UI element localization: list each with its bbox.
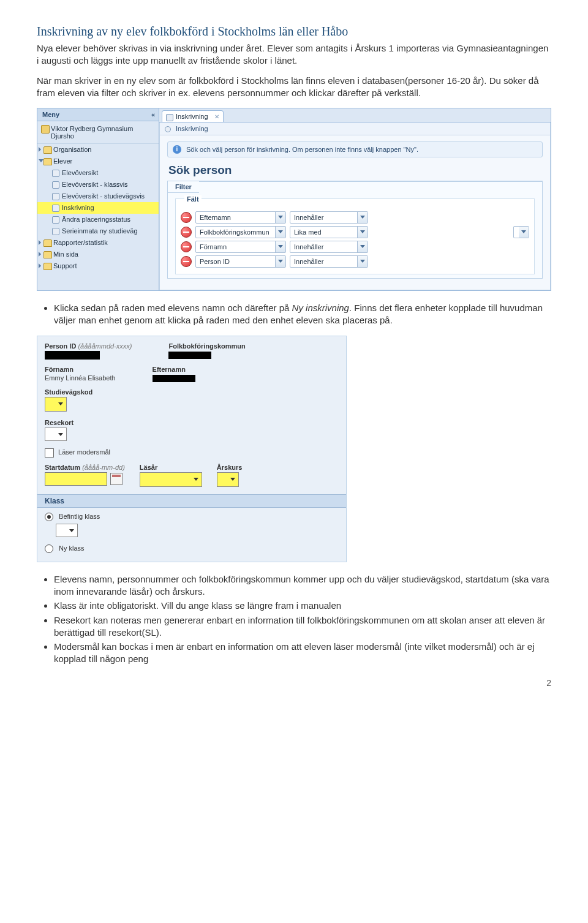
chevron-down-icon: [357, 227, 368, 238]
combo-text: Innehåller: [294, 243, 323, 251]
efternamn-field: Efternamn: [153, 366, 195, 382]
tree-label: Rapporter/statistik: [53, 239, 108, 246]
folkbokforingskommun-field: Folkbokföringskommun: [168, 342, 245, 360]
arskurs-field: Årskurs: [217, 464, 243, 488]
chevron-down-icon: [519, 227, 529, 238]
value-combo[interactable]: [513, 226, 529, 238]
remove-filter-button[interactable]: [181, 227, 192, 238]
tree-folder-elever[interactable]: Elever: [37, 156, 159, 167]
list-item: Resekort kan noteras men genererar enbar…: [54, 614, 551, 639]
operator-combo[interactable]: Innehåller: [290, 211, 368, 224]
redacted-value: [153, 375, 195, 382]
hint-text: (åååå-mm-dd): [82, 464, 125, 471]
befintlig-klass-radio[interactable]: [45, 513, 53, 521]
modersmal-label: Läser modersmål: [58, 448, 110, 456]
tree-item-serieinmata[interactable]: Serieinmata ny studieväg: [37, 225, 159, 237]
operator-combo[interactable]: Innehåller: [290, 241, 368, 253]
redacted-value: [45, 351, 100, 360]
tree-label: Organisation: [53, 146, 91, 153]
tree-label: Elever: [53, 157, 72, 165]
sidebar-school-name[interactable]: Viktor Rydberg Gymnasium Djursho: [37, 121, 159, 144]
list-item: Modersmål kan bockas i men är enbart en …: [54, 641, 551, 666]
operator-combo[interactable]: Lika med: [290, 226, 368, 238]
fornamn-value: Emmy Linnéa Elisabeth: [45, 374, 116, 382]
tab-label: Inskrivning: [176, 113, 208, 120]
arskurs-label: Årskurs: [217, 464, 243, 471]
field-combo[interactable]: Förnamn: [195, 241, 286, 253]
hint-text: (ååååmmdd-xxxx): [78, 342, 132, 350]
field-combo[interactable]: Efternamn: [195, 211, 286, 224]
redacted-value: [168, 352, 211, 359]
list-item: Klicka sedan på raden med elevens namn o…: [54, 302, 551, 327]
filter-row: Folkbokföringskommun Lika med: [181, 226, 529, 238]
startdatum-field: Startdatum (åååå-mm-dd): [45, 464, 125, 488]
klass-select[interactable]: [56, 524, 78, 537]
tree-item-elevoversikt-studievagsvis[interactable]: Elevöversikt - studievägsvis: [37, 190, 159, 202]
fornamn-field: Förnamn Emmy Linnéa Elisabeth: [45, 366, 116, 382]
tab-inskrivning[interactable]: Inskrivning ✕: [162, 110, 224, 122]
folk-label: Folkbokföringskommun: [168, 342, 245, 350]
combo-text: Lika med: [294, 228, 322, 236]
combo-text: Folkbokföringskommun: [200, 228, 270, 236]
startdatum-label: Startdatum (åååå-mm-dd): [45, 464, 125, 471]
startdatum-input[interactable]: [45, 472, 107, 486]
chevron-down-icon: [357, 212, 368, 223]
tree-label: Support: [53, 262, 77, 269]
tree-item-elevoversikt[interactable]: Elevöversikt: [37, 167, 159, 179]
page-heading: Inskrivning av ny elev folkbokförd i Sto…: [37, 24, 551, 39]
person-id-field: Person ID (ååååmmdd-xxxx): [45, 342, 132, 360]
collapse-icon[interactable]: «: [151, 111, 155, 118]
close-icon[interactable]: ✕: [214, 113, 219, 120]
tree-item-elevoversikt-klassvis[interactable]: Elevöversikt - klassvis: [37, 179, 159, 190]
list-item: Elevens namn, personnummer och folkbokfö…: [54, 573, 551, 598]
filter-row: Efternamn Innehåller: [181, 211, 529, 224]
befintlig-klass-label: Befintlig klass: [59, 513, 100, 520]
tree-item-inskrivning[interactable]: Inskrivning: [37, 202, 159, 214]
calendar-icon[interactable]: [110, 473, 123, 485]
italic-text: Ny inskrivning: [292, 303, 349, 313]
panel-breadcrumb: Inskrivning: [160, 122, 550, 135]
modersmal-checkbox[interactable]: [45, 448, 54, 458]
bullet-icon: [165, 126, 171, 132]
fornamn-label: Förnamn: [45, 366, 116, 373]
operator-combo[interactable]: Innehåller: [290, 255, 368, 268]
tree-folder-support[interactable]: Support: [37, 260, 159, 272]
studievagskod-select[interactable]: [45, 397, 67, 412]
tab-bar: Inskrivning ✕: [159, 108, 551, 122]
combo-text: Efternamn: [200, 214, 231, 221]
field-combo[interactable]: Folkbokföringskommun: [195, 226, 286, 238]
tree-folder-organisation[interactable]: Organisation: [37, 144, 159, 156]
tree-label: Min sida: [53, 251, 78, 258]
resekort-select[interactable]: [45, 428, 67, 441]
remove-filter-button[interactable]: [181, 241, 192, 252]
chevron-down-icon: [275, 241, 285, 252]
tree-item-andra-placeringsstatus[interactable]: Ändra placeringsstatus: [37, 214, 159, 225]
bullet-list-2: Elevens namn, personnummer och folkbokfö…: [43, 573, 551, 666]
person-id-label: Person ID (ååååmmdd-xxxx): [45, 342, 132, 350]
sidebar: Meny « Viktor Rydberg Gymnasium Djursho …: [37, 108, 159, 290]
remove-filter-button[interactable]: [181, 256, 192, 267]
chevron-down-icon: [275, 227, 285, 238]
list-item: Klass är inte obligatoriskt. Vill du ang…: [54, 600, 551, 612]
combo-text: Förnamn: [200, 243, 227, 251]
combo-text: Innehåller: [294, 214, 323, 221]
lasar-select[interactable]: [140, 472, 202, 487]
studievagskod-label: Studievägskod: [45, 388, 339, 396]
lasar-field: Läsår: [140, 464, 202, 488]
chevron-down-icon: [357, 256, 368, 267]
filter-row: Person ID Innehåller: [181, 255, 529, 268]
field-combo[interactable]: Person ID: [195, 255, 286, 268]
combo-text: Person ID: [200, 258, 230, 265]
chevron-down-icon: [357, 241, 368, 252]
screenshot-form-panel: Person ID (ååååmmdd-xxxx) Folkbokförings…: [37, 336, 347, 562]
tree-folder-rapporter[interactable]: Rapporter/statistik: [37, 237, 159, 249]
panel-body: Inskrivning Sök och välj person för insk…: [159, 122, 551, 290]
tree-folder-minsida[interactable]: Min sida: [37, 249, 159, 260]
remove-filter-button[interactable]: [181, 212, 192, 223]
fields-box: Fält Efternamn Innehåller Folkbokförings…: [175, 198, 535, 274]
bullet-list-1: Klicka sedan på raden med elevens namn o…: [43, 302, 551, 327]
arskurs-select[interactable]: [217, 472, 239, 487]
ny-klass-radio[interactable]: [45, 544, 53, 553]
combo-text: Innehåller: [294, 258, 323, 265]
info-message: Sök och välj person för inskrivning. Om …: [167, 141, 543, 157]
